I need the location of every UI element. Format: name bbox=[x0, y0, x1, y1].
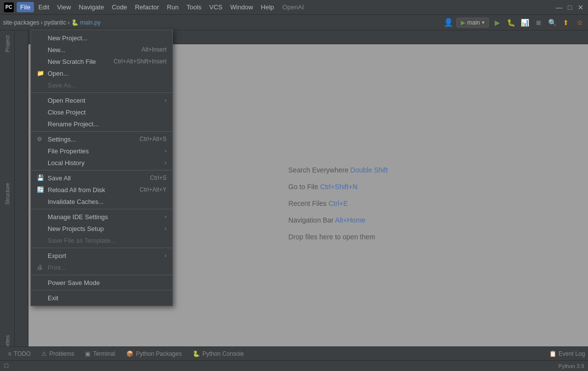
menu-item-exit[interactable]: Exit bbox=[31, 292, 172, 304]
menu-item-rename-project[interactable]: Rename Project... bbox=[31, 118, 172, 130]
menu-help[interactable]: Help bbox=[257, 2, 278, 12]
menu-label-save-as-disabled: Save As... bbox=[48, 82, 167, 89]
menu-label-save-file-template: Save File as Template... bbox=[48, 237, 167, 244]
menu-label-file-properties: File Properties bbox=[48, 147, 165, 155]
menu-item-save-file-template: Save File as Template... bbox=[31, 234, 172, 246]
menu-separator-separator7 bbox=[31, 290, 172, 290]
menu-item-local-history[interactable]: Local History› bbox=[31, 157, 172, 169]
menu-arrow-local-history: › bbox=[165, 159, 167, 166]
menu-shortcut-new: Alt+Insert bbox=[141, 46, 167, 53]
title-bar: PC FileEditViewNavigateCodeRefactorRunTo… bbox=[0, 0, 588, 15]
window-controls: — □ ✕ bbox=[556, 4, 584, 11]
menu-label-new-projects-setup: New Projects Setup bbox=[48, 225, 165, 232]
menu-separator-separator1 bbox=[31, 92, 172, 93]
menu-item-new-scratch[interactable]: New Scratch FileCtrl+Alt+Shift+Insert bbox=[31, 56, 172, 67]
app-logo: PC bbox=[4, 2, 14, 12]
menu-bar: FileEditViewNavigateCodeRefactorRunTools… bbox=[17, 2, 278, 12]
menu-shortcut-save-all: Ctrl+S bbox=[150, 174, 167, 181]
menu-separator-separator2 bbox=[31, 131, 172, 132]
menu-item-manage-ide[interactable]: Manage IDE Settings› bbox=[31, 211, 172, 223]
menu-item-open[interactable]: 📁Open... bbox=[31, 67, 172, 79]
menu-item-settings[interactable]: ⚙Settings...Ctrl+Alt+S bbox=[31, 133, 172, 145]
menu-item-save-all[interactable]: 💾Save AllCtrl+S bbox=[31, 172, 172, 184]
menu-item-new-projects-setup[interactable]: New Projects Setup› bbox=[31, 223, 172, 234]
menu-label-new: New... bbox=[48, 46, 132, 54]
menu-shortcut-reload-all: Ctrl+Alt+Y bbox=[140, 186, 167, 193]
menu-arrow-file-properties: › bbox=[165, 147, 167, 154]
menu-icon-settings: ⚙ bbox=[37, 136, 46, 143]
menu-label-open-recent: Open Recent bbox=[48, 97, 165, 104]
menu-item-new-project[interactable]: New Project... bbox=[31, 32, 172, 44]
menu-label-new-scratch: New Scratch File bbox=[48, 58, 104, 65]
menu-arrow-export: › bbox=[165, 252, 167, 259]
minimize-button[interactable]: — bbox=[556, 4, 562, 11]
menu-shortcut-settings: Ctrl+Alt+S bbox=[140, 136, 167, 143]
menu-vcs[interactable]: VCS bbox=[206, 2, 226, 12]
menu-navigate[interactable]: Navigate bbox=[75, 2, 107, 12]
menu-arrow-manage-ide: › bbox=[165, 213, 167, 220]
menu-separator-separator4 bbox=[31, 209, 172, 209]
menu-edit[interactable]: Edit bbox=[35, 2, 53, 12]
menu-run[interactable]: Run bbox=[164, 2, 182, 12]
menu-separator-separator6 bbox=[31, 275, 172, 275]
menu-window[interactable]: Window bbox=[227, 2, 256, 12]
menu-item-print: 🖨Print... bbox=[31, 261, 172, 273]
menu-icon-print: 🖨 bbox=[37, 264, 46, 271]
menu-label-invalidate-caches: Invalidate Caches... bbox=[48, 198, 167, 205]
menu-label-open: Open... bbox=[48, 70, 167, 77]
menu-separator-separator5 bbox=[31, 248, 172, 248]
menu-item-power-save[interactable]: Power Save Mode bbox=[31, 277, 172, 288]
menu-view[interactable]: View bbox=[54, 2, 74, 12]
menu-label-rename-project: Rename Project... bbox=[48, 120, 167, 128]
menu-separator-separator3 bbox=[31, 170, 172, 171]
close-button[interactable]: ✕ bbox=[577, 4, 584, 11]
menu-label-manage-ide: Manage IDE Settings bbox=[48, 213, 165, 221]
menu-label-save-all: Save All bbox=[48, 174, 140, 182]
menu-item-open-recent[interactable]: Open Recent› bbox=[31, 94, 172, 106]
menu-item-close-project[interactable]: Close Project bbox=[31, 106, 172, 118]
menu-item-invalidate-caches[interactable]: Invalidate Caches... bbox=[31, 196, 172, 207]
menu-label-settings: Settings... bbox=[48, 136, 130, 143]
menu-refactor[interactable]: Refactor bbox=[132, 2, 163, 12]
maximize-button[interactable]: □ bbox=[566, 4, 573, 11]
menu-label-new-project: New Project... bbox=[48, 34, 167, 42]
menu-arrow-open-recent: › bbox=[165, 97, 167, 104]
menu-item-new[interactable]: New...Alt+Insert bbox=[31, 44, 172, 56]
menu-item-save-as-disabled: Save As... bbox=[31, 79, 172, 91]
menu-label-print: Print... bbox=[48, 264, 167, 271]
menu-tools[interactable]: Tools bbox=[183, 2, 205, 12]
menu-arrow-new-projects-setup: › bbox=[165, 225, 167, 232]
openai-label: OpenAI bbox=[282, 3, 304, 11]
menu-file[interactable]: File bbox=[17, 2, 34, 12]
menu-label-local-history: Local History bbox=[48, 159, 165, 167]
menu-shortcut-new-scratch: Ctrl+Alt+Shift+Insert bbox=[113, 58, 167, 65]
menu-icon-open: 📁 bbox=[37, 70, 46, 77]
menu-item-export[interactable]: Export› bbox=[31, 250, 172, 261]
menu-icon-save-all: 💾 bbox=[37, 174, 46, 181]
menu-icon-reload-all: 🔄 bbox=[37, 186, 46, 193]
menu-item-file-properties[interactable]: File Properties› bbox=[31, 145, 172, 157]
menu-label-power-save: Power Save Mode bbox=[48, 279, 167, 286]
menu-label-export: Export bbox=[48, 252, 165, 259]
menu-code[interactable]: Code bbox=[109, 2, 131, 12]
menu-label-reload-all: Reload All from Disk bbox=[48, 186, 130, 194]
menu-label-close-project: Close Project bbox=[48, 109, 167, 116]
menu-label-exit: Exit bbox=[48, 294, 167, 302]
menu-item-reload-all[interactable]: 🔄Reload All from DiskCtrl+Alt+Y bbox=[31, 184, 172, 196]
file-menu-dropdown: New Project...New...Alt+InsertNew Scratc… bbox=[30, 29, 173, 306]
